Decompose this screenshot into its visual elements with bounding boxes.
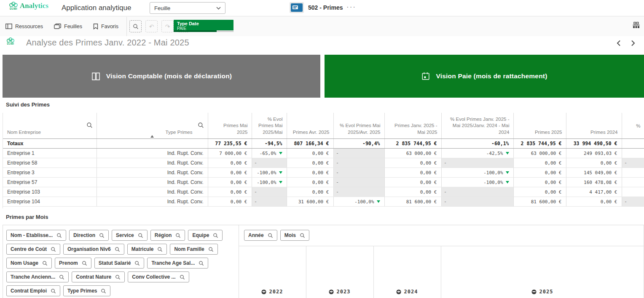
entreprise-cell[interactable]: Entreprise 1: [3, 149, 97, 158]
filter-row: Nom UsagePrenomStatut SalariéTranche Age…: [6, 258, 241, 269]
filter-label: Centre de Coût: [11, 246, 47, 252]
column-header-9[interactable]: Primes 2025: [513, 113, 566, 139]
previous-sheet-button[interactable]: [616, 40, 622, 46]
entreprise-cell[interactable]: Entreprise 104: [3, 197, 97, 207]
filter-tranche-age-sal[interactable]: Tranche Age Sal...: [147, 258, 208, 269]
filter-label: Nom Famille: [174, 246, 204, 252]
table-row: Entreprise 58Ind. Rupt. Conv.0,00 €-0,00…: [3, 158, 644, 168]
filter-organisation-niv6[interactable]: Organisation Niv6: [63, 244, 124, 255]
filter-statut-salari[interactable]: Statut Salarié: [94, 258, 145, 269]
year-axis-label-2022[interactable]: 2022: [262, 289, 283, 295]
filter-centre-de-co-t[interactable]: Centre de Coût: [6, 244, 60, 255]
column-header-label: Primes Avr. 2025: [287, 129, 333, 139]
column-header-label: % Evol Primes Mai 2025/Avr. 2025: [334, 122, 384, 138]
filter-tranche-ancienn[interactable]: Tranche Ancienn...: [6, 271, 69, 282]
entreprise-cell[interactable]: Entreprise 3: [3, 168, 97, 178]
column-header-1[interactable]: Nom Entreprise: [3, 113, 97, 139]
filter-ann-e[interactable]: Année: [244, 230, 277, 241]
filter-direction[interactable]: Direction: [69, 230, 109, 241]
filter-conv-collective[interactable]: Conv Collective ...: [128, 271, 189, 282]
totals-value-cell: 2 835 744,95 €: [513, 139, 566, 149]
vision-comptable-button[interactable]: Vision Comptable (mois de déclaration): [3, 55, 320, 98]
column-search-icon[interactable]: [86, 122, 93, 128]
filter-contrat-nature[interactable]: Contrat Nature: [72, 271, 125, 282]
search-icon: [115, 247, 120, 252]
chevron-down-icon: [216, 7, 221, 10]
totals-value-cell: -94,5%: [252, 139, 287, 149]
type-primes-cell[interactable]: Ind. Rupt. Conv.: [97, 168, 208, 178]
year-axis-label-2023[interactable]: 2023: [329, 289, 351, 295]
column-header-4[interactable]: % Evol Primes Mai 2025/Mai: [252, 113, 287, 139]
measure-cell: 0,00 €: [208, 158, 252, 168]
panel-icon: [5, 24, 12, 29]
totals-value-cell: 807 166,34 €: [287, 139, 333, 149]
arrow-down-icon: [279, 171, 282, 174]
search-icon: [51, 247, 56, 252]
arrow-down-icon: [377, 200, 380, 203]
search-icon: [180, 274, 185, 280]
entreprise-cell[interactable]: Entreprise 103: [3, 187, 97, 197]
type-primes-cell[interactable]: Ind. Rupt. Conv.: [97, 187, 208, 197]
measure-cell: 0,00 €: [287, 178, 333, 187]
type-primes-cell[interactable]: Ind. Rupt. Conv.: [97, 178, 208, 187]
nav-favoris[interactable]: Favoris: [88, 16, 124, 36]
filter-nom-etablisse[interactable]: Nom - Etablisse...: [6, 230, 66, 241]
column-search-icon[interactable]: [198, 122, 204, 128]
selection-chip-type-date[interactable]: Type Date PAIE: [174, 20, 233, 32]
redo-button[interactable]: ↷: [161, 20, 174, 32]
qlik-analytics-app: D2BI Analytics Application analytique Fe…: [0, 0, 644, 298]
column-header-7[interactable]: Primes Janv. 2025 - Mai 2025: [384, 113, 441, 139]
nav-feuilles[interactable]: Feuilles: [48, 16, 88, 36]
selection-state-bar: [174, 30, 233, 32]
year-axis-label-2024[interactable]: 2024: [397, 289, 418, 295]
sheet-grid-button[interactable]: [633, 22, 640, 28]
evolution-cell: -42,5%: [441, 149, 513, 158]
no-value-cell: -: [333, 149, 384, 158]
year-axis-label-2025[interactable]: 2025: [532, 289, 553, 295]
column-header-10[interactable]: Primes 2024: [566, 113, 622, 139]
chart-gridline: [373, 246, 374, 298]
nav-ressources[interactable]: Ressources: [0, 16, 48, 36]
smart-search-button[interactable]: [129, 20, 142, 32]
column-header-6[interactable]: % Evol Primes Mai 2025/Avr. 2025: [333, 113, 384, 139]
filter-r-gion[interactable]: Région: [150, 230, 185, 241]
undo-button[interactable]: ↶: [145, 20, 158, 32]
filter-label: Mois: [284, 232, 296, 238]
filter-mois[interactable]: Mois: [280, 230, 309, 241]
measure-cell: 0,00 €: [287, 168, 333, 178]
filter-matricule[interactable]: Matricule: [127, 244, 167, 255]
type-primes-cell[interactable]: Ind. Rupt. Conv.: [97, 158, 208, 168]
vision-paie-button[interactable]: Vision Paie (mois de rattachement): [325, 55, 644, 98]
measure-cell: 0,00 €: [208, 197, 252, 207]
next-sheet-button[interactable]: [630, 40, 636, 46]
current-sheet-tab[interactable]: 502 - Primes: [290, 2, 343, 13]
entreprise-cell[interactable]: Entreprise 58: [3, 158, 97, 168]
measure-cell: 0,00 €: [384, 158, 441, 168]
filter-nom-usage[interactable]: Nom Usage: [6, 258, 52, 269]
column-header-2[interactable]: Type Primes: [97, 113, 208, 139]
sheet-selector-dropdown[interactable]: Feuille: [150, 2, 225, 14]
type-primes-cell[interactable]: Ind. Rupt. Conv.: [97, 149, 208, 158]
column-header-11[interactable]: %: [622, 113, 644, 139]
d2bi-analytics-logo[interactable]: D2BI Analytics: [8, 2, 48, 10]
column-header-5[interactable]: Primes Avr. 2025: [287, 113, 333, 139]
type-primes-cell[interactable]: Ind. Rupt. Conv.: [97, 197, 208, 207]
measure-cell: 0,00 €: [513, 178, 566, 187]
search-icon: [198, 122, 204, 128]
column-header-3[interactable]: Primes Mai 2025: [208, 113, 252, 139]
filter-service[interactable]: Service: [112, 230, 148, 241]
column-header-8[interactable]: % Evol Primes Janv. 2025 - Mai 2025/Janv…: [441, 113, 513, 139]
more-options-button[interactable]: ···: [346, 0, 356, 16]
totals-value-cell: 2 835 744,95 €: [384, 139, 441, 149]
totals-label-cell: Totaux: [3, 139, 97, 149]
entreprise-cell[interactable]: Entreprise 57: [3, 178, 97, 187]
no-value-cell: -: [333, 158, 384, 168]
filter-nom-famille[interactable]: Nom Famille: [170, 244, 217, 255]
filter-contrat-emploi[interactable]: Contrat Emploi: [6, 285, 60, 296]
filter-type-primes[interactable]: Type Primes: [63, 285, 110, 296]
grid-icon: [633, 22, 640, 28]
filter-prenom[interactable]: Prenom: [55, 258, 91, 269]
filter-equipe[interactable]: Equipe: [188, 230, 223, 241]
table-row: Entreprise 104Ind. Rupt. Conv.0,00 €-31 …: [3, 197, 644, 207]
totals-value-cell: [622, 139, 644, 149]
